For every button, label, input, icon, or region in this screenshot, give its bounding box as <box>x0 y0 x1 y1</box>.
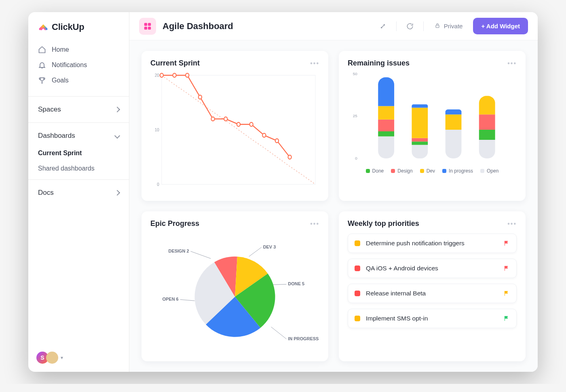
legend-item[interactable]: Done <box>366 168 384 174</box>
legend-item[interactable]: Design <box>391 168 412 174</box>
legend-item[interactable]: In progress <box>442 168 473 174</box>
chevron-right-icon <box>114 190 120 196</box>
flag-icon <box>503 290 510 297</box>
sidebar-item-home[interactable]: Home <box>28 42 129 57</box>
priority-item[interactable]: QA iOS + Android devices <box>348 259 517 278</box>
priority-text: Release internal Beta <box>366 290 498 297</box>
priority-item[interactable]: Determine push notification triggers <box>348 234 517 253</box>
chevron-down-icon <box>114 133 120 139</box>
card-priorities: Weekly top priorities ••• Determine push… <box>339 211 526 361</box>
section-label: Dashboards <box>38 132 75 140</box>
chevron-right-icon <box>114 107 120 112</box>
svg-text:OPEN 6: OPEN 6 <box>163 297 179 301</box>
legend-label: Design <box>397 168 412 174</box>
legend-label: In progress <box>449 168 473 174</box>
legend-swatch <box>442 169 446 173</box>
sidebar-section-docs[interactable]: Docs <box>28 183 129 202</box>
avatar[interactable] <box>46 352 58 364</box>
svg-text:50: 50 <box>353 72 358 76</box>
status-square-icon <box>355 316 360 321</box>
sidebar-section-dashboards[interactable]: Dashboards <box>28 126 129 145</box>
card-menu-button[interactable]: ••• <box>507 60 517 67</box>
sidebar-item-shared-dashboards[interactable]: Shared dashboards <box>28 161 129 176</box>
svg-text:DEV 3: DEV 3 <box>263 244 276 249</box>
svg-point-16 <box>249 122 253 126</box>
svg-point-12 <box>199 95 202 99</box>
svg-text:0: 0 <box>157 181 159 187</box>
card-title: Current Sprint <box>150 59 200 67</box>
svg-line-23 <box>191 251 211 258</box>
card-current-sprint: Current Sprint ••• 01020 <box>142 51 328 201</box>
user-avatars[interactable]: S ▾ <box>28 352 129 367</box>
legend-item[interactable]: Dev <box>420 168 435 174</box>
legend-swatch <box>480 169 484 173</box>
topbar: Agile Dashboard Private + Add Widget <box>129 12 538 40</box>
sidebar-item-current-sprint[interactable]: Current Sprint <box>28 145 129 161</box>
svg-point-15 <box>237 122 240 126</box>
add-widget-button[interactable]: + Add Widget <box>473 18 528 34</box>
caret-down-icon: ▾ <box>61 355 63 360</box>
flag-icon <box>503 240 510 247</box>
bell-icon <box>38 61 46 69</box>
sprint-burndown-chart: 01020 <box>150 72 319 193</box>
svg-point-19 <box>288 155 291 159</box>
status-square-icon <box>355 240 360 246</box>
flag-icon <box>503 315 510 322</box>
legend-item[interactable]: Open <box>480 168 498 174</box>
section-label: Docs <box>38 189 54 197</box>
legend-swatch <box>420 169 424 173</box>
sidebar-item-notifications[interactable]: Notifications <box>28 57 129 73</box>
svg-text:10: 10 <box>155 127 159 132</box>
brand-logo[interactable]: ClickUp <box>28 20 129 40</box>
sidebar-item-label: Home <box>52 46 69 53</box>
card-menu-button[interactable]: ••• <box>310 60 319 67</box>
home-icon <box>38 46 46 54</box>
priority-item[interactable]: Release internal Beta <box>348 284 517 303</box>
priority-item[interactable]: Implement SMS opt-in <box>348 309 517 328</box>
sidebar-item-label: Notifications <box>52 61 87 69</box>
card-menu-button[interactable]: ••• <box>507 220 517 228</box>
svg-point-10 <box>173 73 176 77</box>
card-title: Weekly top priorities <box>348 219 419 228</box>
svg-line-29 <box>271 327 287 339</box>
sidebar: ClickUp Home Notifications Goals Spaces … <box>28 12 129 372</box>
svg-point-14 <box>224 117 227 121</box>
legend-label: Dev <box>427 168 435 174</box>
svg-text:DESIGN 2: DESIGN 2 <box>168 248 189 253</box>
content-grid: Current Sprint ••• 01020 Remaining issue… <box>129 40 538 372</box>
brand-name: ClickUp <box>52 22 84 32</box>
priority-text: Determine push notification triggers <box>366 240 498 247</box>
legend-label: Open <box>487 168 498 174</box>
svg-line-31 <box>180 299 195 301</box>
chart-legend: DoneDesignDevIn progressOpen <box>348 166 517 174</box>
svg-rect-2 <box>144 26 147 29</box>
sidebar-section-spaces[interactable]: Spaces <box>28 100 129 119</box>
dashboard-chip-icon <box>139 18 156 35</box>
trophy-icon <box>38 76 46 84</box>
svg-text:DONE 5: DONE 5 <box>288 281 304 286</box>
expand-button[interactable] <box>376 19 390 33</box>
svg-line-25 <box>249 247 262 257</box>
svg-rect-4 <box>436 25 439 27</box>
remaining-issues-chart: 02550 DoneDesignDevIn progressOpen <box>348 72 517 193</box>
main: Agile Dashboard Private + Add Widget Cur… <box>129 12 538 372</box>
legend-swatch <box>366 169 370 173</box>
svg-point-18 <box>275 139 279 143</box>
sidebar-item-goals[interactable]: Goals <box>28 73 129 88</box>
svg-rect-3 <box>148 26 151 29</box>
sidebar-nav: Home Notifications Goals <box>28 40 129 93</box>
priority-text: Implement SMS opt-in <box>366 315 498 322</box>
lock-icon <box>434 22 441 30</box>
card-menu-button[interactable]: ••• <box>310 220 319 228</box>
flag-icon <box>503 265 510 272</box>
epic-progress-chart: DESIGN 2DEV 3DONE 5IN PROGRESS 5OPEN 6 <box>150 232 319 353</box>
svg-text:20: 20 <box>155 72 159 78</box>
svg-text:IN PROGRESS 5: IN PROGRESS 5 <box>288 336 319 341</box>
refresh-button[interactable] <box>403 19 417 33</box>
priority-list: Determine push notification triggers QA … <box>348 232 517 328</box>
priority-text: QA iOS + Android devices <box>366 265 498 272</box>
section-label: Spaces <box>38 105 61 114</box>
svg-line-27 <box>273 284 287 285</box>
card-title: Epic Progress <box>150 219 199 228</box>
privacy-toggle[interactable]: Private <box>430 22 467 30</box>
